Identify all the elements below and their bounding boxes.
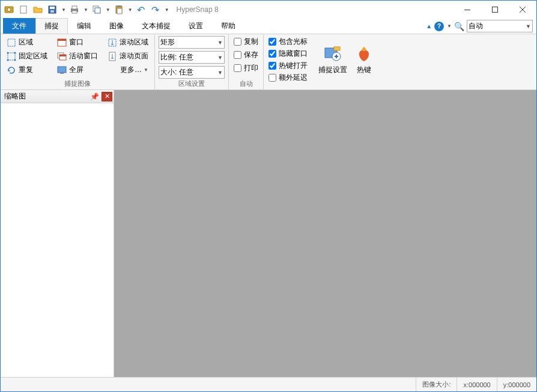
shape-select[interactable]: 矩形▼ <box>159 36 225 49</box>
checkbox-input[interactable] <box>268 38 276 46</box>
opt-hidewin-checkbox[interactable]: 隐藏窗口 <box>267 48 309 59</box>
print-dropdown-caret[interactable]: ▼ <box>83 7 88 13</box>
copy-dropdown-caret[interactable]: ▼ <box>106 7 111 13</box>
capture-active-window-label: 活动窗口 <box>69 51 98 61</box>
chevron-down-icon: ▼ <box>217 55 223 61</box>
chevron-down-icon: ▼ <box>144 67 148 73</box>
tab-file[interactable]: 文件 <box>3 18 35 34</box>
app-icon[interactable] <box>3 4 15 16</box>
titlebar: ▼ ▼ ▼ ▼ ↶ ↷ ▼ HyperSnap 8 <box>1 1 536 19</box>
pin-icon[interactable]: 📌 <box>89 91 100 102</box>
checkbox-input[interactable] <box>234 38 241 46</box>
auto-print-checkbox[interactable]: 打印 <box>232 62 259 74</box>
auto-save-checkbox[interactable]: 保存 <box>232 49 259 61</box>
ribbon-tabs: 文件 捕捉 编辑 图像 文本捕捉 设置 帮助 ▲ ? ▼ 🔍 自动▼ <box>1 19 536 34</box>
canvas-area[interactable] <box>114 90 536 377</box>
save-icon[interactable] <box>46 4 58 16</box>
ribbon-group-region: 矩形▼ 比例: 任意▼ 大小: 任意▼ 区域设置 <box>155 34 229 89</box>
redo-icon[interactable]: ↷ <box>150 4 162 16</box>
thumbnail-panel: 缩略图 📌 ✕ <box>1 90 114 377</box>
capture-scroll-region[interactable]: 滚动区域 <box>105 36 151 49</box>
tab-capture[interactable]: 捕捉 <box>35 18 68 34</box>
tab-help[interactable]: 帮助 <box>212 18 244 34</box>
size-value: 大小: 任意 <box>160 67 193 77</box>
capture-scroll-page-label: 滚动页面 <box>120 51 148 61</box>
capture-fixed-region-label: 固定区域 <box>19 51 47 61</box>
capture-fixed-region[interactable]: 固定区域 <box>4 50 50 62</box>
status-x: x:000000 <box>457 378 496 391</box>
capture-settings-button[interactable]: 捕捉设置 <box>315 36 351 83</box>
checkbox-input[interactable] <box>234 64 241 72</box>
copy-icon[interactable] <box>91 4 103 16</box>
svg-rect-7 <box>72 6 77 9</box>
auto-save-label: 保存 <box>244 50 258 60</box>
capture-region[interactable]: 区域 <box>4 36 50 49</box>
search-icon[interactable]: 🔍 <box>454 22 464 31</box>
print-icon[interactable] <box>68 4 80 16</box>
window-controls <box>454 1 536 19</box>
chevron-down-icon: ▼ <box>217 70 223 76</box>
undo-icon[interactable]: ↶ <box>135 4 147 16</box>
shape-value: 矩形 <box>160 37 175 47</box>
svg-rect-33 <box>334 47 340 50</box>
svg-rect-28 <box>60 73 64 74</box>
help-icon[interactable]: ? <box>434 22 444 31</box>
checkbox-input[interactable] <box>268 62 276 70</box>
capture-scroll-page[interactable]: 滚动页面 <box>105 50 151 62</box>
tab-settings[interactable]: 设置 <box>180 18 212 34</box>
status-image-size-label: 图像大小: <box>416 378 457 391</box>
auto-print-label: 打印 <box>244 63 258 73</box>
svg-rect-14 <box>464 10 470 10</box>
quick-access-toolbar: ▼ ▼ ▼ ▼ ↶ ↷ ▼ <box>3 4 169 16</box>
tab-image[interactable]: 图像 <box>100 18 133 34</box>
chevron-down-icon: ▼ <box>526 23 531 29</box>
opt-delay-checkbox[interactable]: 额外延迟 <box>267 72 309 83</box>
tab-edit[interactable]: 编辑 <box>68 18 100 34</box>
ribbon: 区域 固定区域 重复 窗口 活动窗口 全屏 滚动区域 滚动页面 更多…▼ 捕捉图… <box>1 34 536 90</box>
ribbon-group-options: 包含光标 隐藏窗口 热键打开 额外延迟 捕捉设置 热键 <box>264 34 381 89</box>
tab-right-controls: ▲ ? ▼ 🔍 自动▼ <box>426 20 536 34</box>
capture-repeat[interactable]: 重复 <box>4 64 50 76</box>
svg-rect-8 <box>72 11 77 13</box>
ribbon-group-auto: 复制 保存 打印 自动 <box>229 34 264 89</box>
svg-rect-12 <box>117 5 121 7</box>
maximize-button[interactable] <box>481 1 509 19</box>
paste-icon[interactable] <box>113 4 125 16</box>
save-dropdown-caret[interactable]: ▼ <box>61 7 66 13</box>
capture-more-label: 更多… <box>120 65 142 75</box>
zoom-select[interactable]: 自动▼ <box>467 20 533 32</box>
opt-cursor-checkbox[interactable]: 包含光标 <box>267 36 309 47</box>
checkbox-input[interactable] <box>268 74 276 82</box>
minimize-button[interactable] <box>454 1 481 19</box>
paste-dropdown-caret[interactable]: ▼ <box>128 7 133 13</box>
capture-settings-label: 捕捉设置 <box>318 65 347 75</box>
svg-rect-17 <box>8 53 15 60</box>
checkbox-input[interactable] <box>268 50 276 58</box>
checkbox-input[interactable] <box>234 51 241 59</box>
open-icon[interactable] <box>32 4 44 16</box>
capture-active-window[interactable]: 活动窗口 <box>55 50 100 62</box>
close-panel-button[interactable]: ✕ <box>102 92 112 101</box>
auto-copy-checkbox[interactable]: 复制 <box>232 36 259 47</box>
tab-textcapture[interactable]: 文本捕捉 <box>133 18 180 34</box>
capture-more[interactable]: 更多…▼ <box>105 64 151 76</box>
svg-rect-4 <box>50 7 55 9</box>
size-select[interactable]: 大小: 任意▼ <box>159 66 225 79</box>
ribbon-group-capture-label: 捕捉图像 <box>4 79 151 89</box>
svg-rect-5 <box>50 10 54 13</box>
new-icon[interactable] <box>17 4 29 16</box>
hotkeys-button[interactable]: 热键 <box>351 36 377 83</box>
capture-fullscreen[interactable]: 全屏 <box>55 64 100 76</box>
svg-point-20 <box>7 59 9 61</box>
capture-scroll-region-label: 滚动区域 <box>120 37 148 47</box>
close-button[interactable] <box>509 1 536 19</box>
opt-hotkey-checkbox[interactable]: 热键打开 <box>267 60 309 71</box>
help-dropdown-caret[interactable]: ▼ <box>447 23 452 29</box>
capture-window-label: 窗口 <box>69 37 83 47</box>
ratio-select[interactable]: 比例: 任意▼ <box>159 51 225 64</box>
svg-rect-16 <box>8 39 15 46</box>
svg-point-19 <box>14 52 16 53</box>
capture-window[interactable]: 窗口 <box>55 36 100 49</box>
qat-customize-caret[interactable]: ▼ <box>165 7 169 13</box>
help-caret-icon[interactable]: ▲ <box>426 23 432 29</box>
